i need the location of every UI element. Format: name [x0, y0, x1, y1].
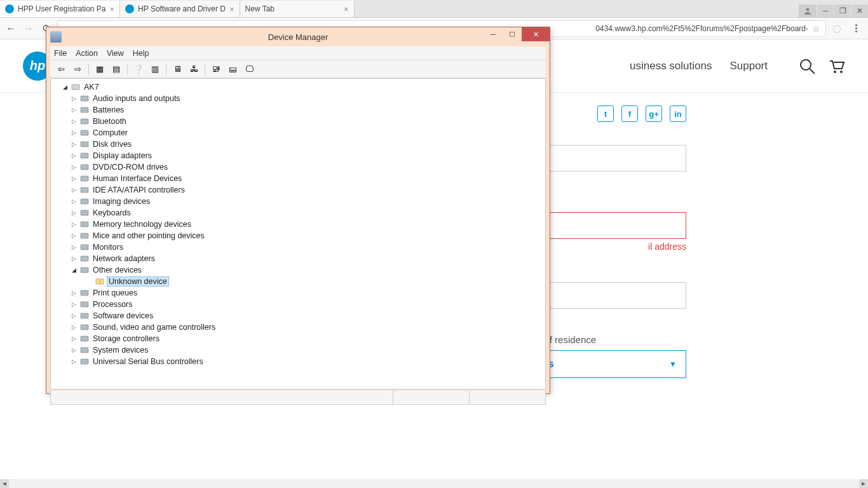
expand-arrow-icon[interactable]: ▷ [70, 210, 78, 216]
toolbar-refresh-button[interactable]: ▥ [148, 62, 162, 76]
toolbar-uninstall-button[interactable]: 🖳 [209, 62, 223, 76]
expand-arrow-icon[interactable]: ▷ [70, 324, 78, 330]
tree-row[interactable]: ▷Bluetooth [52, 116, 544, 127]
linkedin-button[interactable]: in [670, 105, 686, 122]
tree-row[interactable]: ▷DVD/CD-ROM drives [52, 161, 544, 173]
tree-row[interactable]: ▷Print queues [52, 287, 544, 299]
page-horizontal-scrollbar[interactable]: ◄ ► [0, 479, 868, 488]
minimize-button[interactable]: ─ [817, 4, 834, 17]
tree-row[interactable]: ▷Display adapters [52, 150, 544, 161]
expand-arrow-icon[interactable]: ▷ [70, 164, 78, 170]
tree-row[interactable]: ▷Batteries [52, 104, 544, 116]
tree-row[interactable]: ▷Mice and other pointing devices [52, 230, 544, 241]
devmgr-maximize-button[interactable]: ☐ [503, 27, 522, 41]
tree-row[interactable]: ◢Other devices [52, 264, 544, 276]
toolbar-forward-button[interactable]: ⇨ [71, 62, 85, 76]
expand-arrow-icon[interactable]: ▷ [70, 152, 78, 159]
expand-arrow-icon[interactable]: ▷ [70, 290, 78, 296]
nav-support[interactable]: Support [729, 60, 768, 72]
expand-arrow-icon[interactable]: ▷ [70, 301, 78, 308]
expand-arrow-icon[interactable]: ▷ [70, 95, 78, 102]
tree-row[interactable]: ▷Disk drives [52, 139, 544, 150]
tree-row[interactable]: ▷Processors [52, 299, 544, 310]
device-category-icon [79, 265, 90, 275]
chrome-user-button[interactable] [799, 4, 817, 17]
tree-row[interactable]: ▷Audio inputs and outputs [52, 93, 544, 104]
menu-file[interactable]: File [54, 49, 67, 58]
tree-label: System devices [92, 346, 150, 355]
collapse-arrow-icon[interactable]: ◢ [61, 84, 69, 90]
tree-row[interactable]: ▷System devices [52, 344, 544, 356]
close-button[interactable]: ✕ [851, 4, 868, 17]
tab-close-icon[interactable]: × [229, 4, 234, 14]
tree-row[interactable]: ▷Monitors [52, 241, 544, 253]
scroll-right-arrow[interactable]: ► [859, 479, 868, 488]
twitter-button[interactable]: t [597, 105, 614, 122]
expand-arrow-icon[interactable]: ▷ [70, 221, 78, 227]
tab-close-icon[interactable]: × [344, 4, 349, 14]
cart-icon[interactable] [827, 57, 845, 75]
tree-row[interactable]: ▷Imaging devices [52, 196, 544, 207]
expand-arrow-icon[interactable]: ▷ [70, 336, 78, 342]
menu-help[interactable]: Help [133, 49, 149, 58]
search-icon[interactable] [798, 57, 816, 75]
tree-row[interactable]: ▷Computer [52, 127, 544, 139]
tree-row[interactable]: ▷Storage controllers [52, 333, 544, 344]
tree-row[interactable]: ▷IDE ATA/ATAPI controllers [52, 184, 544, 196]
tree-row[interactable]: ▷Memory technology devices [52, 219, 544, 230]
toolbar-help-button[interactable]: ❔ [132, 62, 146, 76]
devmgr-minimize-button[interactable]: ─ [484, 27, 503, 41]
expand-arrow-icon[interactable]: ▷ [70, 107, 78, 113]
tree-row[interactable]: ▷Software devices [52, 310, 544, 322]
device-tree[interactable]: ◢AK7▷Audio inputs and outputs▷Batteries▷… [51, 79, 545, 370]
toolbar-scan-button[interactable]: 🖥 [170, 62, 184, 76]
chrome-menu-button[interactable] [851, 24, 860, 32]
toolbar-update-button[interactable]: 🖧 [187, 62, 201, 76]
toolbar-disable-button[interactable]: 🖴 [226, 62, 240, 76]
expand-arrow-icon[interactable]: ▷ [70, 130, 78, 136]
devmgr-close-button[interactable]: ✕ [522, 27, 550, 41]
menu-view[interactable]: View [107, 49, 124, 58]
expand-arrow-icon[interactable]: ▷ [70, 313, 78, 319]
toolbar-back-button[interactable]: ⇦ [54, 62, 68, 76]
expand-arrow-icon[interactable]: ▷ [70, 358, 78, 365]
facebook-button[interactable]: f [621, 105, 638, 122]
tab-close-icon[interactable]: × [110, 4, 115, 14]
expand-arrow-icon[interactable]: ▷ [70, 118, 78, 125]
svg-point-3 [834, 71, 836, 73]
tree-row[interactable]: ▷Network adapters [52, 253, 544, 264]
expand-arrow-icon[interactable]: ▷ [70, 233, 78, 239]
bookmark-star-icon[interactable]: ☆ [812, 24, 820, 34]
svg-line-2 [810, 69, 815, 74]
tree-row[interactable]: ▷Keyboards [52, 207, 544, 219]
tree-row[interactable]: ◢AK7 [52, 81, 544, 93]
forward-button[interactable]: → [22, 22, 36, 36]
tree-row[interactable]: ▷Human Interface Devices [52, 173, 544, 184]
toolbar-enable-button[interactable]: 🖵 [242, 62, 256, 76]
scroll-left-arrow[interactable]: ◄ [0, 479, 9, 488]
expand-arrow-icon[interactable]: ▷ [70, 244, 78, 250]
expand-arrow-icon[interactable]: ▷ [70, 175, 78, 182]
maximize-button[interactable]: ❐ [834, 4, 851, 17]
browser-tab-0[interactable]: HPP User Registration Pa × [0, 1, 120, 17]
tree-row[interactable]: !Unknown device [52, 276, 544, 287]
googleplus-button[interactable]: g+ [646, 105, 662, 122]
expand-arrow-icon[interactable]: ▷ [70, 255, 78, 262]
browser-tab-1[interactable]: HP Software and Driver D × [120, 1, 240, 17]
expand-arrow-icon[interactable]: ▷ [70, 347, 78, 353]
menu-action[interactable]: Action [76, 49, 98, 58]
back-button[interactable]: ← [4, 22, 18, 36]
nav-business-solutions[interactable]: usiness solutions [630, 60, 712, 72]
expand-arrow-icon[interactable]: ▷ [70, 187, 78, 193]
browser-tab-2[interactable]: New Tab × [240, 1, 355, 17]
toolbar-properties-button[interactable]: ▤ [109, 62, 123, 76]
collapse-arrow-icon[interactable]: ◢ [70, 267, 78, 273]
extension-icon[interactable]: ◌ [830, 22, 844, 36]
device-category-icon [79, 173, 90, 184]
expand-arrow-icon[interactable]: ▷ [70, 141, 78, 147]
expand-arrow-icon[interactable]: ▷ [70, 198, 78, 205]
tree-row[interactable]: ▷Universal Serial Bus controllers [52, 356, 544, 367]
toolbar-show-hide-button[interactable]: ▦ [93, 62, 107, 76]
tree-row[interactable]: ▷Sound, video and game controllers [52, 322, 544, 333]
device-manager-titlebar[interactable]: Device Manager ─ ☐ ✕ [46, 27, 550, 46]
